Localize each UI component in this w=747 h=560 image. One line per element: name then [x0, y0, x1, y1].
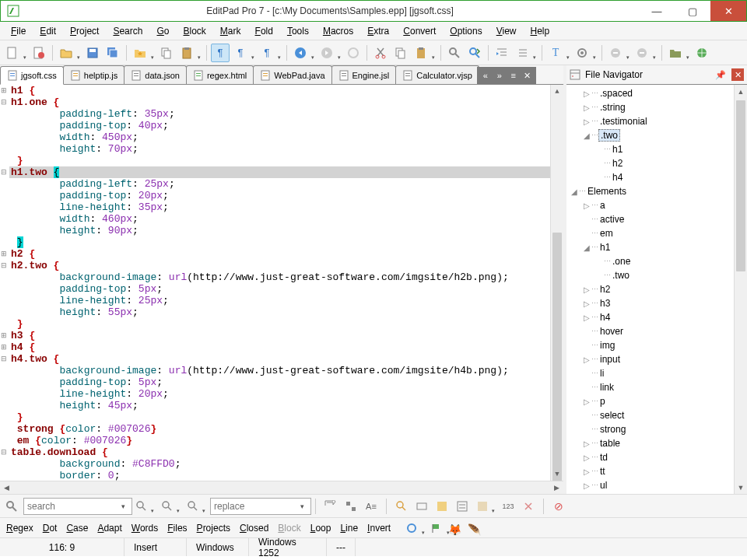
- menu-file[interactable]: File: [5, 24, 32, 38]
- code-line[interactable]: h1.two {: [9, 166, 550, 178]
- scroll-up-icon[interactable]: ▲: [735, 85, 747, 98]
- tab-scroll-left[interactable]: «: [479, 68, 493, 82]
- tree-item[interactable]: ◢⋯.two: [566, 128, 734, 142]
- menu-extra[interactable]: Extra: [361, 24, 395, 38]
- fold-toggle[interactable]: ⊟: [1, 166, 7, 178]
- code-line[interactable]: height: 70px;: [9, 143, 550, 155]
- tree-item[interactable]: ▷⋯h3: [566, 296, 734, 310]
- menu-options[interactable]: Options: [444, 24, 488, 38]
- tab-data-json[interactable]: data.json: [124, 65, 187, 84]
- code-line[interactable]: }: [9, 318, 550, 330]
- code-line[interactable]: line-height: 35px;: [9, 201, 550, 213]
- code-line[interactable]: }: [9, 155, 550, 166]
- refresh-button[interactable]: [344, 44, 363, 62]
- tree-item[interactable]: ▷⋯input: [566, 352, 734, 366]
- opt-projects[interactable]: Projects: [197, 523, 230, 534]
- save-all-button[interactable]: [103, 44, 122, 62]
- fold-toggle[interactable]: ⊟: [1, 260, 7, 271]
- highlight-button[interactable]: [393, 498, 410, 515]
- code-line[interactable]: table.download {: [9, 446, 550, 458]
- tree-item[interactable]: ⋯em: [566, 226, 734, 240]
- tree-expander[interactable]: ▷: [582, 439, 591, 448]
- opt-regex[interactable]: Regex: [6, 523, 33, 534]
- tree-expander[interactable]: ▷: [582, 467, 591, 476]
- fold-toggle[interactable]: ⊟: [1, 96, 7, 108]
- code-line[interactable]: h4 {: [9, 341, 550, 353]
- scroll-down-icon[interactable]: ▼: [551, 467, 563, 481]
- code-line[interactable]: border: 0;: [9, 470, 550, 481]
- opt-adapt[interactable]: Adapt: [97, 523, 121, 534]
- scroll-down-icon[interactable]: ▼: [735, 481, 747, 494]
- menu-help[interactable]: Help: [524, 24, 556, 38]
- fold-toggle[interactable]: ⊟: [1, 353, 7, 365]
- menu-search[interactable]: Search: [107, 24, 149, 38]
- code-line[interactable]: h4.two {: [9, 353, 550, 365]
- paste2-button[interactable]: ▾: [412, 44, 430, 62]
- opt-refresh[interactable]: ▾: [403, 520, 420, 537]
- code-line[interactable]: padding-left: 35px;: [9, 108, 550, 120]
- menu-project[interactable]: Project: [64, 24, 105, 38]
- status-position[interactable]: 116: 9: [0, 538, 124, 556]
- code-line[interactable]: padding-top: 5px;: [9, 376, 550, 388]
- pin-icon[interactable]: 📌: [714, 68, 727, 81]
- tab-Calculator-vjsp[interactable]: Calculator.vjsp: [395, 65, 479, 84]
- menu-go[interactable]: Go: [150, 24, 175, 38]
- fold-toggle[interactable]: ⊞: [1, 248, 7, 260]
- tree-item[interactable]: ⋯h2: [566, 156, 734, 170]
- indent-button[interactable]: [493, 44, 511, 62]
- copy2-button[interactable]: [391, 44, 410, 62]
- tree-item[interactable]: ▷⋯.testimonial: [566, 114, 734, 128]
- tree-item[interactable]: ◢⋯h1: [566, 240, 734, 254]
- code-line[interactable]: width: 460px;: [9, 213, 550, 225]
- tab-jgsoft-css[interactable]: jgsoft.css: [0, 66, 64, 85]
- tab-scroll-right[interactable]: »: [493, 68, 507, 82]
- find-next-button[interactable]: [465, 44, 484, 62]
- nav-fwd-button[interactable]: ▾: [317, 44, 336, 62]
- text-button[interactable]: T▾: [546, 44, 565, 62]
- tree-item[interactable]: ▷⋯td: [566, 450, 734, 464]
- code-line[interactable]: line-height: 20px;: [9, 388, 550, 400]
- tree-expander[interactable]: ▷: [582, 453, 591, 462]
- replace-sel-button[interactable]: A≡: [363, 498, 380, 515]
- tree-expander[interactable]: ▷: [582, 299, 591, 308]
- opt-words[interactable]: Words: [132, 523, 158, 534]
- close-search-button[interactable]: ⊘: [550, 498, 567, 515]
- tree-item[interactable]: ⋯active: [566, 212, 734, 226]
- search-input[interactable]: [23, 498, 132, 515]
- copy-button[interactable]: [157, 44, 176, 62]
- code-line[interactable]: em {color: #007026}: [9, 435, 550, 446]
- scroll-thumb[interactable]: [552, 233, 562, 481]
- nav-back-button[interactable]: ▾: [291, 44, 310, 62]
- opt-loop[interactable]: Loop: [310, 523, 331, 534]
- tree-expander[interactable]: ▷: [582, 481, 591, 490]
- code-line[interactable]: height: 90px;: [9, 225, 550, 236]
- tab-regex-html[interactable]: regex.html: [186, 65, 254, 84]
- code-line[interactable]: line-height: 25px;: [9, 295, 550, 306]
- history-button[interactable]: ▾: [474, 498, 491, 515]
- fold-toggle[interactable]: ⊟: [1, 446, 7, 458]
- tree-item[interactable]: ▷⋯table: [566, 436, 734, 450]
- code-line[interactable]: h2 {: [9, 248, 550, 260]
- list-results-button[interactable]: [454, 498, 471, 515]
- navigator-tree[interactable]: ▷⋯.spaced▷⋯.string▷⋯.testimonial◢⋯.two⋯h…: [566, 85, 747, 494]
- search-prev-button[interactable]: ▾: [159, 498, 176, 515]
- pilcrow-mark-button[interactable]: ¶▾: [258, 44, 276, 62]
- opt-closed[interactable]: Closed: [240, 523, 268, 534]
- code-line[interactable]: width: 450px;: [9, 131, 550, 143]
- code-line[interactable]: h3 {: [9, 330, 550, 341]
- replace-all-button[interactable]: [342, 498, 359, 515]
- menu-view[interactable]: View: [490, 24, 523, 38]
- scroll-thumb[interactable]: [736, 100, 745, 271]
- tree-item[interactable]: ⋯link: [566, 380, 734, 394]
- scroll-right-icon[interactable]: ▶: [550, 481, 563, 494]
- tree-item[interactable]: ⋯.one: [566, 254, 734, 268]
- code-line[interactable]: h1 {: [9, 85, 550, 96]
- tree-item[interactable]: ▷⋯tt: [566, 464, 734, 478]
- tree-item[interactable]: ▷⋯a: [566, 198, 734, 212]
- search-dropdown-icon[interactable]: ▾: [121, 502, 125, 510]
- tree-vscroll[interactable]: ▲ ▼: [734, 85, 747, 494]
- code-line[interactable]: }: [9, 411, 550, 423]
- menu-block[interactable]: Block: [177, 24, 212, 38]
- menu-fold[interactable]: Fold: [249, 24, 279, 38]
- close-button[interactable]: ✕: [710, 1, 746, 21]
